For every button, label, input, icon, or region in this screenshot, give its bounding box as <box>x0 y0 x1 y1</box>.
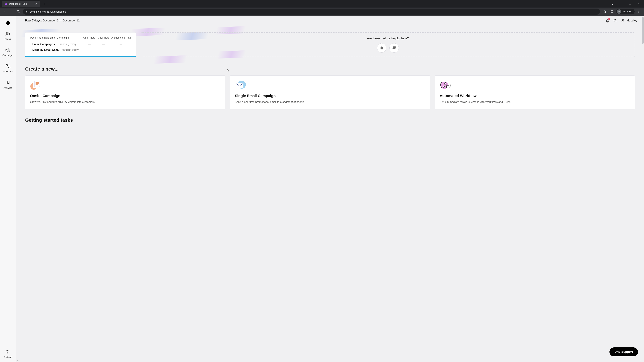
sidebar: People Campaigns Workflows Analytics <box>0 15 16 362</box>
sidebar-item-label: People <box>4 38 11 40</box>
metrics-feedback-card: Are these metrics helpful here? <box>141 32 635 57</box>
campaign-name: Moodjoy Email Cam… <box>32 48 60 51</box>
card-accent-bar <box>25 56 136 57</box>
incognito-icon <box>617 9 621 14</box>
sidebar-item-label: Analytics <box>4 86 12 89</box>
create-heading: Create a new... <box>25 66 635 72</box>
notification-dot-icon <box>608 18 610 20</box>
upcoming-campaigns-card: Upcoming Single Email Campaigns Open Rat… <box>25 32 136 57</box>
single-email-icon <box>235 80 246 90</box>
window-close-icon[interactable]: ✕ <box>635 0 642 7</box>
col-unsub-rate: Unsubscribe Rate <box>111 36 131 39</box>
tab-close-icon[interactable]: ✕ <box>35 2 37 5</box>
create-single-email-card[interactable]: Single Email Campaign Send a one-time pr… <box>230 75 430 109</box>
svg-rect-10 <box>6 64 8 66</box>
svg-rect-17 <box>35 81 40 87</box>
people-icon <box>5 31 11 36</box>
create-card-title: Single Email Campaign <box>235 94 425 98</box>
gear-icon <box>5 350 11 355</box>
campaign-row[interactable]: Moodjoy Email Cam… sending today — — — <box>30 47 131 53</box>
sidebar-item-people[interactable]: People <box>4 31 11 40</box>
sidebar-item-settings[interactable]: Settings <box>4 350 12 358</box>
col-click-rate: Click Rate <box>96 36 111 39</box>
incognito-label: Incognito <box>623 10 632 13</box>
content: Upcoming Single Email Campaigns Open Rat… <box>16 26 644 362</box>
campaign-status: sending today <box>62 48 79 51</box>
browser-back-button[interactable] <box>2 9 8 14</box>
window-minimize-icon[interactable]: ― <box>618 0 625 7</box>
browser-menu-icon[interactable] <box>636 9 642 14</box>
sidebar-item-campaigns[interactable]: Campaigns <box>2 48 14 56</box>
url-text: getdrip.com/7641396/dashboard <box>30 10 66 13</box>
svg-point-5 <box>639 12 639 13</box>
svg-rect-0 <box>611 10 613 12</box>
sidebar-item-label: Campaigns <box>2 54 14 56</box>
create-onsite-campaign-card[interactable]: Onsite Campaign Grow your list and turn … <box>25 75 225 109</box>
campaign-open: — <box>82 43 96 46</box>
svg-rect-11 <box>8 67 10 68</box>
svg-point-4 <box>639 11 639 12</box>
create-card-desc: Send immediate follow-up emails with Wor… <box>440 100 630 104</box>
avatar-icon <box>621 18 625 23</box>
tab-title: Dashboard · Drip <box>9 2 27 5</box>
create-automated-workflow-card[interactable]: Automated Workflow Send immediate follow… <box>435 75 635 109</box>
app-viewport: People Campaigns Workflows Analytics <box>0 15 644 362</box>
feedback-question: Are these metrics helpful here? <box>367 37 409 40</box>
svg-point-12 <box>7 351 8 352</box>
analytics-icon <box>5 80 11 85</box>
svg-rect-19 <box>236 83 243 88</box>
browser-forward-button[interactable] <box>9 9 14 14</box>
browser-url-field[interactable]: getdrip.com/7641396/dashboard <box>23 8 600 14</box>
date-range[interactable]: Past 7 days: December 6 — December 12 <box>25 19 80 22</box>
horizontal-scrollbar[interactable]: ◂▸ <box>16 359 642 362</box>
automated-workflow-icon <box>440 80 452 90</box>
svg-point-14 <box>622 19 624 21</box>
drip-support-button[interactable]: Drip Support <box>610 348 638 356</box>
svg-point-3 <box>639 10 639 11</box>
window-maximize-icon[interactable]: ❐ <box>626 0 634 7</box>
support-label: Drip Support <box>614 350 633 354</box>
browser-tab-active[interactable]: Dashboard · Drip ✕ <box>2 1 40 7</box>
drip-logo-icon[interactable] <box>4 18 12 26</box>
drip-favicon-icon <box>5 2 8 5</box>
lock-icon <box>26 10 28 13</box>
campaign-click: — <box>96 43 111 46</box>
new-tab-button[interactable]: ＋ <box>43 2 46 6</box>
campaign-click: — <box>96 48 111 51</box>
browser-reload-button[interactable] <box>16 9 22 14</box>
search-button[interactable] <box>613 18 617 23</box>
date-range-label: Past 7 days: <box>25 19 42 22</box>
svg-point-6 <box>7 23 8 23</box>
incognito-indicator[interactable]: Incognito <box>616 9 634 14</box>
campaign-unsub: — <box>111 43 131 46</box>
getting-started-heading: Getting started tasks <box>25 117 635 123</box>
svg-point-1 <box>618 11 619 12</box>
svg-point-7 <box>8 23 9 23</box>
thumbs-down-button[interactable] <box>390 43 399 53</box>
browser-address-bar: getdrip.com/7641396/dashboard Incognito <box>0 7 644 15</box>
workflow-icon <box>5 64 11 69</box>
svg-point-13 <box>614 19 616 21</box>
onsite-campaign-icon <box>30 80 42 90</box>
col-open-rate: Open Rate <box>82 36 96 39</box>
user-name: Moodjoy <box>626 19 637 22</box>
notifications-button[interactable] <box>606 18 610 23</box>
sidebar-item-analytics[interactable]: Analytics <box>4 80 12 89</box>
sidebar-item-label: Settings <box>4 356 12 358</box>
sidebar-item-workflows[interactable]: Workflows <box>3 64 13 73</box>
bookmark-star-icon[interactable] <box>602 9 608 14</box>
campaign-open: — <box>82 48 96 51</box>
campaign-unsub: — <box>111 48 131 51</box>
sidebar-item-label: Workflows <box>3 70 13 73</box>
extensions-icon[interactable] <box>609 9 615 14</box>
campaign-row[interactable]: Email Campaign - … sending today — — — <box>30 41 131 47</box>
thumbs-up-button[interactable] <box>377 43 386 53</box>
create-card-desc: Send a one-time promotional email to a s… <box>235 100 425 104</box>
vertical-scrollbar[interactable] <box>642 15 644 359</box>
campaign-name: Email Campaign - … <box>32 43 58 46</box>
browser-tab-bar: Dashboard · Drip ✕ ＋ ⌄ ― ❐ ✕ <box>0 0 644 7</box>
tab-search-chevron-icon[interactable]: ⌄ <box>609 0 616 7</box>
create-card-title: Automated Workflow <box>440 94 630 98</box>
user-menu[interactable]: Moodjoy <box>621 18 637 23</box>
campaigns-card-title: Upcoming Single Email Campaigns <box>30 36 82 39</box>
